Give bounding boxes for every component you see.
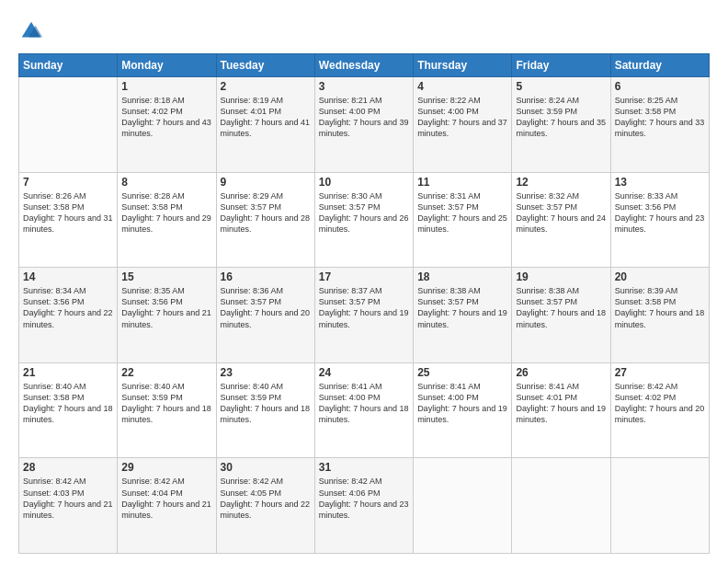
weekday-header-monday: Monday xyxy=(118,54,216,77)
calendar-week-row-1: 1Sunrise: 8:18 AM Sunset: 4:02 PM Daylig… xyxy=(19,77,710,173)
day-info: Sunrise: 8:28 AM Sunset: 3:58 PM Dayligh… xyxy=(121,190,211,236)
calendar-cell: 27Sunrise: 8:42 AM Sunset: 4:02 PM Dayli… xyxy=(610,362,709,458)
logo-icon xyxy=(18,18,44,44)
calendar-cell: 2Sunrise: 8:19 AM Sunset: 4:01 PM Daylig… xyxy=(216,77,314,173)
day-info: Sunrise: 8:41 AM Sunset: 4:01 PM Dayligh… xyxy=(516,381,606,426)
calendar-cell: 22Sunrise: 8:40 AM Sunset: 3:59 PM Dayli… xyxy=(118,362,216,458)
day-info: Sunrise: 8:42 AM Sunset: 4:05 PM Dayligh… xyxy=(221,476,311,521)
calendar-cell: 1Sunrise: 8:18 AM Sunset: 4:02 PM Daylig… xyxy=(118,77,216,173)
day-info: Sunrise: 8:18 AM Sunset: 4:02 PM Dayligh… xyxy=(121,95,211,140)
calendar-cell: 5Sunrise: 8:24 AM Sunset: 3:59 PM Daylig… xyxy=(512,77,610,173)
day-number: 22 xyxy=(121,366,211,379)
calendar-week-row-4: 21Sunrise: 8:40 AM Sunset: 3:58 PM Dayli… xyxy=(19,362,710,458)
day-info: Sunrise: 8:42 AM Sunset: 4:02 PM Dayligh… xyxy=(615,381,705,426)
day-number: 12 xyxy=(516,176,606,189)
calendar-cell: 26Sunrise: 8:41 AM Sunset: 4:01 PM Dayli… xyxy=(512,362,610,458)
day-number: 23 xyxy=(221,366,311,379)
calendar-cell: 25Sunrise: 8:41 AM Sunset: 4:00 PM Dayli… xyxy=(414,362,512,458)
day-info: Sunrise: 8:35 AM Sunset: 3:56 PM Dayligh… xyxy=(121,285,211,330)
day-number: 15 xyxy=(121,270,211,283)
calendar-cell xyxy=(512,458,610,554)
calendar-cell: 3Sunrise: 8:21 AM Sunset: 4:00 PM Daylig… xyxy=(314,77,413,173)
day-info: Sunrise: 8:40 AM Sunset: 3:59 PM Dayligh… xyxy=(121,381,211,426)
day-number: 1 xyxy=(121,80,211,93)
day-number: 3 xyxy=(319,80,409,93)
calendar-table: SundayMondayTuesdayWednesdayThursdayFrid… xyxy=(18,53,710,554)
weekday-header-thursday: Thursday xyxy=(414,54,512,77)
day-number: 7 xyxy=(23,176,113,189)
calendar-cell: 10Sunrise: 8:30 AM Sunset: 3:57 PM Dayli… xyxy=(314,172,413,268)
weekday-header-friday: Friday xyxy=(512,54,610,77)
calendar-cell: 9Sunrise: 8:29 AM Sunset: 3:57 PM Daylig… xyxy=(216,172,314,268)
day-info: Sunrise: 8:41 AM Sunset: 4:00 PM Dayligh… xyxy=(319,381,409,426)
day-number: 4 xyxy=(417,80,507,93)
calendar-cell: 8Sunrise: 8:28 AM Sunset: 3:58 PM Daylig… xyxy=(118,172,216,268)
day-info: Sunrise: 8:40 AM Sunset: 3:59 PM Dayligh… xyxy=(221,381,311,426)
calendar-week-row-5: 28Sunrise: 8:42 AM Sunset: 4:03 PM Dayli… xyxy=(19,458,710,554)
day-info: Sunrise: 8:38 AM Sunset: 3:57 PM Dayligh… xyxy=(417,285,507,330)
day-info: Sunrise: 8:41 AM Sunset: 4:00 PM Dayligh… xyxy=(417,381,507,426)
calendar-cell: 7Sunrise: 8:26 AM Sunset: 3:58 PM Daylig… xyxy=(19,172,118,268)
weekday-header-sunday: Sunday xyxy=(19,54,118,77)
day-number: 29 xyxy=(121,461,211,474)
day-number: 8 xyxy=(121,176,211,189)
calendar-cell: 23Sunrise: 8:40 AM Sunset: 3:59 PM Dayli… xyxy=(216,362,314,458)
day-number: 20 xyxy=(615,270,705,283)
day-number: 6 xyxy=(615,80,705,93)
day-info: Sunrise: 8:37 AM Sunset: 3:57 PM Dayligh… xyxy=(319,285,409,330)
day-number: 11 xyxy=(417,176,507,189)
header xyxy=(18,15,710,44)
calendar-cell xyxy=(414,458,512,554)
day-info: Sunrise: 8:25 AM Sunset: 3:58 PM Dayligh… xyxy=(615,95,705,140)
weekday-header-tuesday: Tuesday xyxy=(216,54,314,77)
day-info: Sunrise: 8:30 AM Sunset: 3:57 PM Dayligh… xyxy=(319,190,409,236)
day-number: 28 xyxy=(23,461,113,474)
calendar-cell: 20Sunrise: 8:39 AM Sunset: 3:58 PM Dayli… xyxy=(610,268,709,363)
calendar-cell: 13Sunrise: 8:33 AM Sunset: 3:56 PM Dayli… xyxy=(610,172,709,268)
day-info: Sunrise: 8:33 AM Sunset: 3:56 PM Dayligh… xyxy=(615,190,705,236)
day-number: 13 xyxy=(615,176,705,189)
day-info: Sunrise: 8:21 AM Sunset: 4:00 PM Dayligh… xyxy=(319,95,409,140)
calendar-cell: 12Sunrise: 8:32 AM Sunset: 3:57 PM Dayli… xyxy=(512,172,610,268)
calendar-cell: 15Sunrise: 8:35 AM Sunset: 3:56 PM Dayli… xyxy=(118,268,216,363)
day-number: 9 xyxy=(221,176,311,189)
day-info: Sunrise: 8:36 AM Sunset: 3:57 PM Dayligh… xyxy=(221,285,311,330)
page: SundayMondayTuesdayWednesdayThursdayFrid… xyxy=(0,0,728,563)
day-number: 19 xyxy=(516,270,606,283)
calendar-cell: 18Sunrise: 8:38 AM Sunset: 3:57 PM Dayli… xyxy=(414,268,512,363)
day-info: Sunrise: 8:29 AM Sunset: 3:57 PM Dayligh… xyxy=(221,190,311,236)
calendar-cell: 11Sunrise: 8:31 AM Sunset: 3:57 PM Dayli… xyxy=(414,172,512,268)
calendar-cell: 17Sunrise: 8:37 AM Sunset: 3:57 PM Dayli… xyxy=(314,268,413,363)
day-number: 2 xyxy=(221,80,311,93)
calendar-cell: 28Sunrise: 8:42 AM Sunset: 4:03 PM Dayli… xyxy=(19,458,118,554)
day-info: Sunrise: 8:26 AM Sunset: 3:58 PM Dayligh… xyxy=(23,190,113,236)
day-number: 21 xyxy=(23,366,113,379)
calendar-cell: 4Sunrise: 8:22 AM Sunset: 4:00 PM Daylig… xyxy=(414,77,512,173)
day-number: 5 xyxy=(516,80,606,93)
day-number: 26 xyxy=(516,366,606,379)
day-info: Sunrise: 8:38 AM Sunset: 3:57 PM Dayligh… xyxy=(516,285,606,330)
day-number: 25 xyxy=(417,366,507,379)
day-number: 24 xyxy=(319,366,409,379)
day-info: Sunrise: 8:22 AM Sunset: 4:00 PM Dayligh… xyxy=(417,95,507,140)
calendar-cell xyxy=(610,458,709,554)
calendar-cell: 14Sunrise: 8:34 AM Sunset: 3:56 PM Dayli… xyxy=(19,268,118,363)
calendar-cell: 19Sunrise: 8:38 AM Sunset: 3:57 PM Dayli… xyxy=(512,268,610,363)
calendar-cell: 29Sunrise: 8:42 AM Sunset: 4:04 PM Dayli… xyxy=(118,458,216,554)
logo xyxy=(18,18,46,44)
calendar-week-row-3: 14Sunrise: 8:34 AM Sunset: 3:56 PM Dayli… xyxy=(19,268,710,363)
day-number: 18 xyxy=(417,270,507,283)
day-info: Sunrise: 8:40 AM Sunset: 3:58 PM Dayligh… xyxy=(23,381,113,426)
day-info: Sunrise: 8:31 AM Sunset: 3:57 PM Dayligh… xyxy=(417,190,507,236)
day-number: 14 xyxy=(23,270,113,283)
day-number: 27 xyxy=(615,366,705,379)
day-number: 16 xyxy=(221,270,311,283)
day-number: 30 xyxy=(221,461,311,474)
calendar-cell: 31Sunrise: 8:42 AM Sunset: 4:06 PM Dayli… xyxy=(314,458,413,554)
weekday-header-saturday: Saturday xyxy=(610,54,709,77)
day-info: Sunrise: 8:19 AM Sunset: 4:01 PM Dayligh… xyxy=(221,95,311,140)
day-number: 10 xyxy=(319,176,409,189)
calendar-week-row-2: 7Sunrise: 8:26 AM Sunset: 3:58 PM Daylig… xyxy=(19,172,710,268)
day-number: 17 xyxy=(319,270,409,283)
day-info: Sunrise: 8:42 AM Sunset: 4:03 PM Dayligh… xyxy=(23,476,113,521)
